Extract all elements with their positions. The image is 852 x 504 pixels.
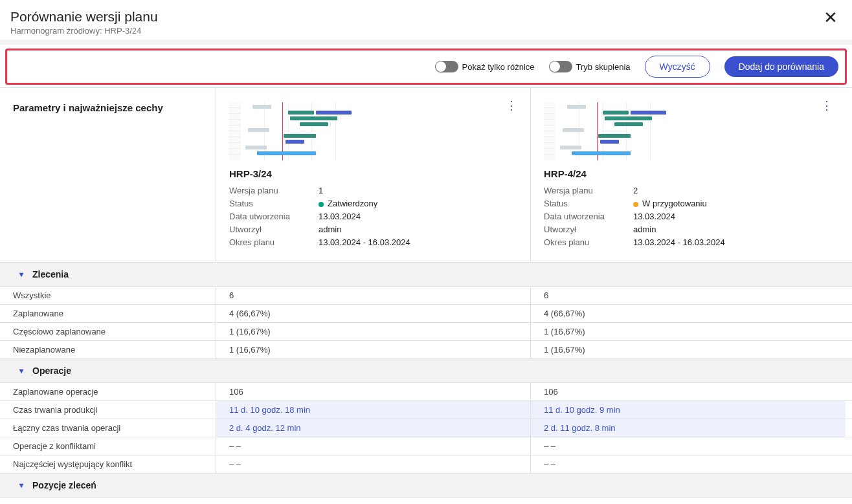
- table-row: Łączny czas trwania operacji 2 d. 4 godz…: [0, 419, 852, 437]
- table-row: Operacje z konfliktami – – – –: [0, 437, 852, 455]
- actions-bar: Pokaż tylko różnice Tryb skupienia Wyczy…: [5, 49, 847, 85]
- gantt-thumbnail: [229, 102, 359, 160]
- section-positions-header[interactable]: ▾ Pozycje zleceń: [0, 474, 852, 498]
- plan-card-b: ⋮: [531, 88, 846, 262]
- kebab-icon[interactable]: ⋮: [821, 100, 833, 111]
- toggle-show-diffs[interactable]: Pokaż tylko różnice: [435, 61, 535, 72]
- page-title: Porównanie wersji planu: [10, 9, 158, 25]
- status-dot-icon: [319, 202, 324, 207]
- table-row: Niezaplanowane 1 (16,67%) 1 (16,67%): [0, 341, 852, 359]
- dialog-header: Porównanie wersji planu Harmonogram źród…: [0, 0, 852, 45]
- chevron-down-icon[interactable]: ▾: [19, 366, 23, 375]
- toggle-show-diffs-label: Pokaż tylko różnice: [462, 62, 535, 72]
- section-positions-title: Pozycje zleceń: [32, 480, 96, 490]
- toggle-focus-mode[interactable]: Tryb skupienia: [549, 61, 631, 72]
- table-row: Wszystkie 6 6: [0, 287, 852, 305]
- plan-name: HRP-4/24: [544, 168, 833, 179]
- kebab-icon[interactable]: ⋮: [506, 100, 517, 111]
- table-row: Czas trwania produkcji 11 d. 10 godz. 18…: [0, 401, 852, 419]
- section-operations-header[interactable]: ▾ Operacje: [0, 359, 852, 383]
- plan-card-a: ⋮: [216, 88, 531, 262]
- add-to-comparison-button[interactable]: Dodaj do porównania: [724, 56, 838, 77]
- section-orders-header[interactable]: ▾ Zlecenia: [0, 263, 852, 287]
- clear-button[interactable]: Wyczyść: [645, 56, 710, 78]
- section-orders-title: Zlecenia: [32, 269, 69, 279]
- table-row: Zaplanowane 4 (66,67%) 4 (66,67%): [0, 305, 852, 323]
- actions-bar-wrapper: Pokaż tylko różnice Tryb skupienia Wyczy…: [0, 45, 852, 87]
- switch-icon[interactable]: [435, 61, 458, 72]
- top-row: Parametry i najważniejsze cechy ⋮: [0, 88, 852, 263]
- page-subtitle: Harmonogram źródłowy: HRP-3/24: [10, 26, 158, 36]
- close-icon[interactable]: ✕: [820, 9, 842, 26]
- features-column-title: Parametry i najważniejsze cechy: [13, 102, 203, 113]
- chevron-down-icon[interactable]: ▾: [19, 481, 23, 490]
- section-operations-title: Operacje: [32, 366, 71, 376]
- status-badge: Zatwierdzony: [319, 199, 377, 208]
- features-column-header: Parametry i najważniejsze cechy: [0, 88, 216, 262]
- table-row: Najczęściej występujący konflikt – – – –: [0, 455, 852, 474]
- table-row: Częściowo zaplanowane 1 (16,67%) 1 (16,6…: [0, 323, 852, 341]
- status-dot-icon: [633, 202, 638, 207]
- comparison-table: Parametry i najważniejsze cechy ⋮: [0, 87, 852, 498]
- switch-icon[interactable]: [549, 61, 572, 72]
- status-badge: W przygotowaniu: [633, 199, 707, 208]
- chevron-down-icon[interactable]: ▾: [19, 270, 23, 279]
- gantt-thumbnail: [544, 102, 673, 160]
- toggle-focus-mode-label: Tryb skupienia: [576, 62, 631, 72]
- plan-name: HRP-3/24: [229, 168, 517, 179]
- table-row: Zaplanowane operacje 106 106: [0, 383, 852, 401]
